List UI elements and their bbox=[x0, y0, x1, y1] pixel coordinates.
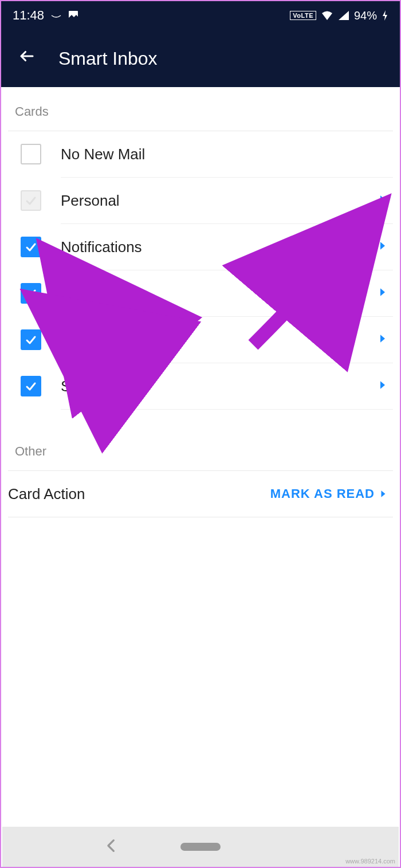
divider bbox=[8, 517, 393, 517]
chevron-right-icon[interactable] bbox=[379, 288, 386, 299]
card-item-personal[interactable]: Personal bbox=[1, 178, 400, 223]
nav-back-button[interactable] bbox=[105, 839, 116, 855]
back-button[interactable] bbox=[18, 48, 36, 69]
volte-badge: VoLTE bbox=[290, 11, 316, 20]
item-label: No New Mail bbox=[61, 146, 386, 163]
status-left: 11:48 bbox=[13, 8, 78, 23]
card-item-seen[interactable]: Seen bbox=[1, 363, 400, 409]
navigation-bar bbox=[2, 827, 399, 867]
image-icon bbox=[68, 10, 78, 21]
item-label: Newsletters bbox=[61, 285, 379, 303]
checkbox-notifications[interactable] bbox=[21, 237, 41, 257]
status-right: VoLTE 94% bbox=[290, 9, 388, 22]
card-item-pins[interactable]: Pins bbox=[1, 317, 400, 363]
cards-section-header: Cards bbox=[1, 87, 400, 131]
status-time: 11:48 bbox=[13, 8, 44, 23]
card-action-value[interactable]: MARK AS READ bbox=[270, 486, 386, 501]
card-item-notifications[interactable]: Notifications bbox=[1, 224, 400, 270]
watermark: www.989214.com bbox=[345, 858, 395, 865]
card-action-text: MARK AS READ bbox=[270, 486, 375, 501]
amazon-icon bbox=[51, 12, 61, 19]
card-item-newsletters[interactable]: Newsletters bbox=[1, 270, 400, 316]
chevron-right-icon[interactable] bbox=[379, 195, 386, 206]
checkbox-no-new-mail[interactable] bbox=[21, 144, 41, 164]
item-label: Seen bbox=[61, 378, 379, 395]
charging-icon bbox=[382, 10, 388, 21]
chevron-right-icon[interactable] bbox=[379, 241, 386, 253]
checkbox-personal bbox=[21, 190, 41, 211]
item-label: Pins bbox=[61, 331, 379, 349]
chevron-right-icon bbox=[380, 490, 386, 498]
status-bar: 11:48 VoLTE 94% bbox=[1, 1, 400, 30]
page-title: Smart Inbox bbox=[58, 48, 158, 69]
chevron-right-icon[interactable] bbox=[379, 380, 386, 392]
chevron-right-icon[interactable] bbox=[379, 334, 386, 345]
other-section-header: Other bbox=[1, 410, 400, 470]
app-bar: Smart Inbox bbox=[1, 30, 400, 87]
wifi-icon bbox=[321, 10, 333, 21]
checkbox-newsletters[interactable] bbox=[21, 283, 41, 304]
card-action-label: Card Action bbox=[8, 485, 85, 503]
signal-icon bbox=[338, 10, 349, 21]
item-label: Notifications bbox=[61, 238, 379, 256]
nav-home-pill[interactable] bbox=[180, 843, 221, 851]
battery-percent: 94% bbox=[354, 9, 377, 22]
checkbox-pins[interactable] bbox=[21, 329, 41, 350]
content: Cards No New Mail Personal Notifications… bbox=[1, 87, 400, 517]
checkbox-seen[interactable] bbox=[21, 376, 41, 396]
card-item-no-new-mail[interactable]: No New Mail bbox=[1, 131, 400, 177]
card-action-row[interactable]: Card Action MARK AS READ bbox=[1, 471, 400, 517]
item-label: Personal bbox=[61, 192, 379, 210]
